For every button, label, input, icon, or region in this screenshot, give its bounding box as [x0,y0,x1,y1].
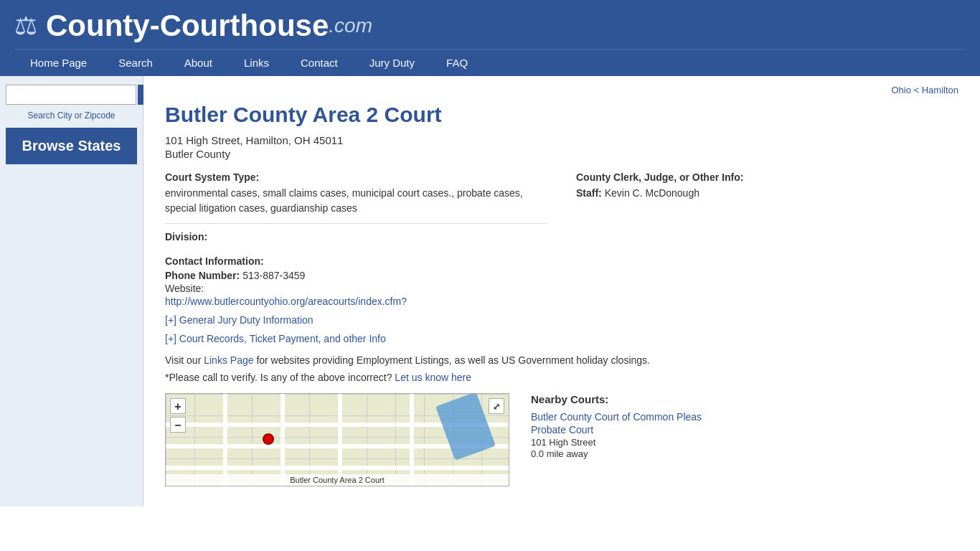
nearby-court-1-addr: 101 High Street [531,437,958,448]
breadcrumb-city[interactable]: Hamilton [922,85,958,95]
info-columns: Court System Type: environmental cases, … [165,171,958,244]
nav-faq[interactable]: FAQ [430,50,484,76]
phone-label: Phone Number: [165,270,240,281]
content-wrapper: GO Search City or Zipcode Browse States … [0,76,980,507]
staff-value: Staff: Kevin C. McDonough [576,186,958,201]
map-road-3 [166,466,509,470]
site-logo: ⚖ County-Courthouse .com [14,9,966,49]
visit-post: for websites providing Employment Listin… [254,354,650,366]
map-road-5 [281,394,285,486]
bottom-section: + − ⤢ Butler County Area 2 Court Nearby … [165,393,958,486]
map-label: Butler County Area 2 Court [166,474,509,486]
nearby-court-1-sub-link[interactable]: Probate Court [531,424,958,435]
main-content: Ohio < Hamilton Butler County Area 2 Cou… [143,76,980,507]
sidebar-search-wrap: GO [6,85,137,105]
divider-1 [165,223,547,224]
verify-pre: *Please call to verify. Is any of the ab… [165,372,395,383]
main-nav: Home Page Search About Links Contact Jur… [14,49,966,76]
map-container: + − ⤢ Butler County Area 2 Court [165,393,509,486]
nearby-title: Nearby Courts: [531,393,958,405]
breadcrumb-state[interactable]: Ohio [891,85,910,95]
map-road-4 [223,394,227,486]
division-label: Division: [165,231,547,242]
court-system-col: Court System Type: environmental cases, … [165,171,547,244]
links-page-link[interactable]: Links Page [204,354,253,366]
website-label: Website: [165,283,958,294]
court-address: 101 High Street, Hamilton, OH 45011 [165,134,958,146]
phone-number: 513-887-3459 [242,270,305,281]
nearby-court-1-link[interactable]: Butler County Court of Common Pleas [531,411,958,423]
court-title: Butler County Area 2 Court [165,103,958,127]
website-url[interactable]: http://www.butlercountyohio.org/areacour… [165,296,407,307]
site-header: ⚖ County-Courthouse .com Home Page Searc… [0,0,980,76]
map-zoom-out-button[interactable]: − [170,417,186,433]
jury-duty-expand-link[interactable]: [+] General Jury Duty Information [165,314,958,326]
nav-contact[interactable]: Contact [285,50,354,76]
court-records-expand-link[interactable]: [+] Court Records, Ticket Payment, and o… [165,333,958,344]
visit-pre: Visit our [165,354,204,366]
visit-text: Visit our Links Page for websites provid… [165,354,958,366]
nearby-courts: Nearby Courts: Butler County Court of Co… [531,393,958,486]
search-input[interactable] [6,85,136,105]
let-us-know-link[interactable]: Let us know here [395,372,471,383]
logo-main-text: County-Courthouse [46,9,329,43]
nav-jury-duty[interactable]: Jury Duty [354,50,430,76]
phone-value: Phone Number: 513-887-3459 [165,270,958,281]
breadcrumb: Ohio < Hamilton [165,85,958,95]
sidebar: GO Search City or Zipcode Browse States [0,76,143,507]
system-type-label: Court System Type: [165,171,547,183]
search-label: Search City or Zipcode [6,110,137,121]
nearby-court-1-dist: 0.0 mile away [531,448,958,459]
logo-com-text: .com [329,14,372,37]
staff-label: Staff: [576,187,602,199]
map-expand-button[interactable]: ⤢ [489,398,504,414]
verify-text: *Please call to verify. Is any of the ab… [165,372,958,383]
browse-states-button[interactable]: Browse States [6,128,137,164]
nav-search[interactable]: Search [103,50,169,76]
nav-links[interactable]: Links [228,50,285,76]
map-road-6 [338,394,342,486]
nav-about[interactable]: About [169,50,228,76]
map-road-7 [410,394,414,486]
clerk-label: County Clerk, Judge, or Other Info: [576,171,958,183]
scales-icon: ⚖ [14,11,37,41]
staff-name: Kevin C. McDonough [605,187,699,199]
map-zoom-in-button[interactable]: + [170,398,186,414]
system-type-value: environmental cases, small claims cases,… [165,186,547,216]
map-marker [263,433,274,445]
contact-label: Contact Information: [165,255,958,267]
court-county: Butler County [165,148,958,160]
nav-home[interactable]: Home Page [14,50,103,76]
breadcrumb-separator: < [911,85,922,95]
clerk-col: County Clerk, Judge, or Other Info: Staf… [576,171,958,244]
